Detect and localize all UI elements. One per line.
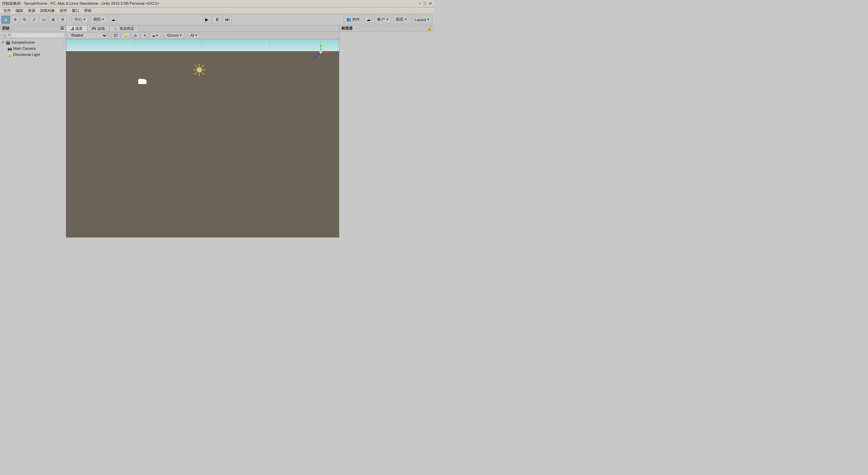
chevron-down-icon: ▼: [83, 18, 86, 21]
scene-tabs: 🏞 场景 🎮 游戏 🛒 资源商店: [66, 25, 339, 32]
scene-light-btn[interactable]: 💡: [121, 33, 130, 39]
menu-gameobject[interactable]: 游戏对象: [38, 7, 57, 14]
gizmos-label: Gizmos: [167, 34, 179, 37]
sky-icon: ☁: [152, 34, 155, 37]
title-bar: 控制器教程 - SampleScene - PC, Mac & Linux St…: [0, 0, 434, 7]
search-all-label: All: [191, 34, 194, 37]
hierarchy-tree: ▼ 🎬 SampleScene ⋮ 📷 Main Camera 💡 Direct…: [0, 39, 66, 238]
account-btn[interactable]: 帐户 ▼: [374, 16, 392, 24]
inspector-title: 检查器: [341, 26, 353, 31]
tree-item-menu[interactable]: ⋮: [62, 41, 66, 44]
chevron-down-icon3: ▼: [386, 18, 389, 21]
menu-bar: 文件 编辑 资源 游戏对象 组件 窗口 帮助: [0, 7, 434, 14]
minimize-btn[interactable]: ─: [419, 1, 421, 6]
svg-point-22: [319, 51, 322, 54]
search-all-btn[interactable]: All ▼: [188, 33, 200, 39]
assetstore-tab-label: 资源商店: [119, 26, 134, 31]
play-btn[interactable]: ▶: [202, 16, 212, 24]
move-tool-btn[interactable]: ✛: [11, 16, 20, 24]
camera-icon: 📷: [7, 46, 12, 51]
layers-btn[interactable]: 图层 ▼: [393, 16, 410, 24]
chevron-gizmos: ▼: [179, 34, 182, 37]
menu-component[interactable]: 组件: [58, 7, 69, 14]
gizmos-btn[interactable]: Gizmos ▼: [165, 33, 184, 39]
light-icon: 💡: [7, 53, 12, 57]
collab-btn[interactable]: 👥 协作: [343, 16, 363, 24]
pivot-btn[interactable]: 周部 ▼: [90, 16, 107, 24]
chevron-sky: ▼: [156, 34, 159, 37]
menu-help[interactable]: 帮助: [82, 7, 94, 14]
tree-item-samplescene[interactable]: ▼ 🎬 SampleScene ⋮: [0, 39, 66, 45]
layers-label: 图层: [396, 17, 403, 22]
rotate-tool-btn[interactable]: ↻: [20, 16, 29, 24]
tab-assetstore[interactable]: 🛒 资源商店: [109, 25, 139, 32]
center-btn[interactable]: 中心 ▼: [72, 16, 89, 24]
sun-icon: [193, 63, 206, 80]
hand-tool-btn[interactable]: ✋: [1, 16, 10, 24]
rect-tool-btn[interactable]: ▭: [39, 16, 48, 24]
collab-cloud-btn[interactable]: ☁: [109, 16, 118, 24]
title-text: 控制器教程 - SampleScene - PC, Mac & Linux St…: [2, 1, 159, 6]
scene-tab-label: 场景: [75, 26, 83, 31]
svg-text:Y: Y: [320, 42, 322, 44]
hierarchy-menu-icon[interactable]: ☰: [60, 26, 64, 30]
shading-dropdown[interactable]: Shaded Wireframe Shaded Wireframe: [67, 33, 107, 39]
pivot-label: 周部: [93, 17, 101, 22]
svg-line-10: [202, 65, 204, 67]
scene-viewport[interactable]: X Y Z <Persp: [66, 39, 339, 238]
tab-scene[interactable]: 🏞 场景: [66, 25, 87, 32]
hierarchy-title: 层级: [2, 26, 9, 31]
tree-item-directionallight[interactable]: 💡 Directional Light: [0, 51, 66, 58]
scene-area: 🏞 场景 🎮 游戏 🛒 资源商店 Shaded Wireframe Shaded…: [66, 25, 339, 238]
tab-game[interactable]: 🎮 游戏: [87, 25, 109, 32]
collab-label: 协作: [352, 17, 360, 22]
step-btn[interactable]: ⏭: [222, 16, 232, 24]
inspector-header: 检查器 🔒: [339, 25, 434, 32]
tree-arrow-expand: ▼: [1, 41, 5, 44]
layout-label: Layout: [415, 18, 426, 22]
hierarchy-header: 层级 ☰: [0, 25, 66, 32]
scene-fx-btn[interactable]: ✦: [141, 33, 149, 39]
scene-sky-btn[interactable]: ☁ ▼: [150, 33, 161, 39]
menu-file[interactable]: 文件: [1, 7, 13, 14]
svg-marker-17: [320, 44, 322, 46]
scene-tab-icon: 🏞: [71, 26, 74, 30]
2d-btn[interactable]: 2D: [111, 33, 120, 39]
custom-tool-btn[interactable]: ✕: [58, 16, 67, 24]
search-icon: 🔍: [1, 33, 5, 37]
toolbar: ✋ ✛ ↻ ⤢ ▭ ⊕ ✕ 中心 ▼ 周部 ▼ ☁ ▶ ⏸ ⏭ 👥 协作 ☁ 帐…: [0, 14, 434, 25]
game-tab-label: 游戏: [97, 26, 105, 31]
maximize-btn[interactable]: □: [424, 1, 426, 6]
toolbar-right: 👥 协作 ☁ 帐户 ▼ 图层 ▼ Layout ▼: [343, 16, 433, 24]
scale-tool-btn[interactable]: ⤢: [30, 16, 39, 24]
menu-window[interactable]: 窗口: [70, 7, 81, 14]
svg-marker-21: [314, 56, 317, 58]
scene-gizmo[interactable]: X Y Z: [311, 42, 331, 62]
scene-toolbar: Shaded Wireframe Shaded Wireframe 2D 💡 🔊…: [66, 32, 339, 39]
hierarchy-search-input[interactable]: [6, 33, 64, 38]
svg-line-8: [195, 65, 197, 67]
layout-btn[interactable]: Layout ▼: [412, 16, 433, 24]
chevron-down-icon5: ▼: [427, 18, 430, 21]
game-tab-icon: 🎮: [92, 26, 96, 31]
collab-icon: 👥: [347, 17, 351, 22]
toolbar-separator: [109, 33, 110, 38]
menu-assets[interactable]: 资源: [26, 7, 37, 14]
toolbar-sep2: [163, 33, 163, 38]
2d-label: 2D: [114, 34, 118, 37]
tool-group: ✋ ✛ ↻ ⤢ ▭ ⊕ ✕: [1, 16, 70, 24]
toolbar-sep3: [186, 33, 186, 38]
close-btn[interactable]: ✕: [429, 1, 432, 6]
tree-item-maincamera[interactable]: 📷 Main Camera: [0, 45, 66, 51]
services-cloud-btn[interactable]: ☁: [364, 16, 373, 24]
menu-edit[interactable]: 编辑: [14, 7, 25, 14]
cloud-icon: [137, 77, 148, 86]
lock-icon[interactable]: 🔒: [427, 26, 432, 31]
tree-label-maincamera: Main Camera: [13, 46, 36, 50]
pause-btn[interactable]: ⏸: [212, 16, 222, 24]
transform-tool-btn[interactable]: ⊕: [49, 16, 58, 24]
chevron-down-icon2: ▼: [102, 18, 104, 21]
hierarchy-panel: 层级 ☰ 🔍 ▼ 🎬 SampleScene ⋮ 📷 Main Camera 💡: [0, 25, 66, 238]
scene-audio-btn[interactable]: 🔊: [131, 33, 140, 39]
svg-rect-15: [138, 81, 146, 84]
